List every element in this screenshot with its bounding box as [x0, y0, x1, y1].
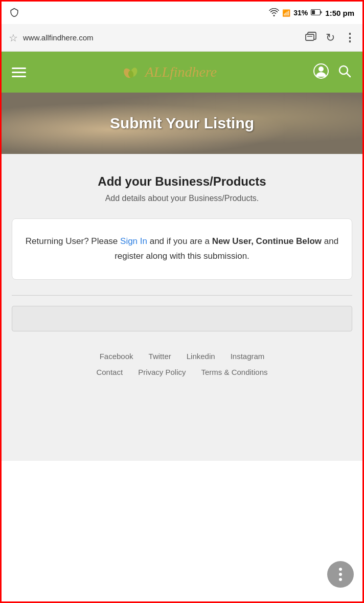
input-box[interactable] — [12, 306, 352, 331]
fab-dot — [339, 568, 342, 571]
user-icon[interactable] — [313, 63, 329, 81]
svg-point-8 — [318, 66, 324, 72]
fab-dot — [339, 573, 342, 576]
nav-right — [313, 63, 352, 81]
refresh-icon[interactable]: ↻ — [326, 31, 335, 44]
hamburger-menu[interactable] — [12, 68, 26, 77]
nav-header: ALLfindhere — [2, 52, 362, 93]
footer-row-1: Facebook Twitter Linkedin Instagram — [12, 352, 352, 361]
svg-rect-2 — [306, 34, 314, 40]
footer-twitter[interactable]: Twitter — [149, 352, 171, 361]
section-title: Add your Business/Products — [12, 174, 352, 189]
browser-bar: ☆ www.allfindhere.com ↻ ⋮ — [2, 24, 362, 52]
info-box: Returning User? Please Sign In and if yo… — [12, 218, 352, 280]
tabs-icon[interactable] — [305, 32, 316, 43]
bookmark-icon[interactable]: ☆ — [9, 32, 18, 44]
footer-linkedin[interactable]: Linkedin — [187, 352, 215, 361]
new-user-text: New User, Continue Below — [212, 236, 322, 246]
status-right: 📶 31% 1:50 pm — [269, 8, 354, 18]
sim-icon: 📶 — [282, 9, 290, 17]
hamburger-line — [12, 72, 26, 73]
hero-title: Submit Your Listing — [110, 115, 254, 132]
logo-area[interactable]: ALLfindhere — [123, 64, 217, 80]
section-subtitle: Add details about your Business/Products… — [12, 194, 352, 203]
more-icon[interactable]: ⋮ — [344, 31, 355, 44]
footer-privacy[interactable]: Privacy Policy — [138, 368, 186, 376]
footer-instagram[interactable]: Instagram — [231, 352, 265, 361]
browser-icons: ↻ ⋮ — [305, 31, 355, 44]
info-prefix: Returning User? Please — [26, 236, 120, 246]
divider — [12, 295, 352, 296]
time-display: 1:50 pm — [325, 9, 354, 17]
footer-links: Facebook Twitter Linkedin Instagram Cont… — [12, 347, 352, 376]
status-bar: 📶 31% 1:50 pm — [2, 2, 362, 24]
url-text: www.allfindhere.com — [23, 33, 94, 42]
svg-line-10 — [347, 73, 350, 77]
hero-banner: Submit Your Listing — [2, 93, 362, 154]
fab-dot — [339, 578, 342, 581]
sign-in-link[interactable]: Sign In — [120, 236, 147, 246]
footer-terms[interactable]: Terms & Conditions — [201, 368, 268, 376]
shield-icon — [10, 8, 19, 18]
fab-dots — [339, 568, 342, 581]
fab-button[interactable] — [327, 561, 354, 588]
info-middle: and if you are a — [147, 236, 212, 246]
hamburger-line — [12, 68, 26, 69]
hamburger-line — [12, 76, 26, 77]
logo-leaf-icon — [123, 65, 141, 79]
footer-facebook[interactable]: Facebook — [100, 352, 133, 361]
url-area: ☆ www.allfindhere.com — [9, 32, 299, 44]
svg-rect-1 — [312, 10, 315, 14]
battery-icon — [311, 9, 322, 17]
wifi-icon — [269, 8, 279, 18]
footer-contact[interactable]: Contact — [96, 368, 123, 376]
footer-row-2: Contact Privacy Policy Terms & Condition… — [12, 368, 352, 376]
logo-text: ALLfindhere — [145, 64, 217, 80]
status-left — [10, 8, 19, 18]
battery-percent: 31% — [293, 9, 308, 17]
search-icon[interactable] — [337, 63, 352, 81]
main-content: Add your Business/Products Add details a… — [2, 154, 362, 461]
